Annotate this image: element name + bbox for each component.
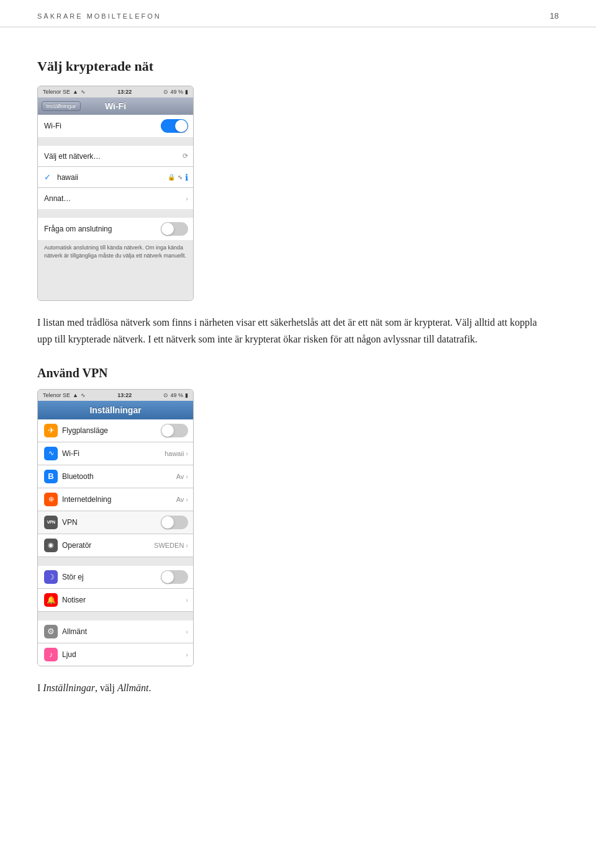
settings-wifi-sig: ∿: [81, 392, 86, 398]
row-left-dnd: ☽ Stör ej: [44, 570, 84, 584]
sounds-icon: ♪: [44, 648, 58, 661]
wifi-nav-bar: Inställningar Wi-Fi: [38, 97, 193, 115]
chevron-icon: ›: [186, 195, 188, 202]
wifi-row-label: Wi-Fi: [44, 122, 61, 130]
ask-toggle-thumb: [161, 223, 174, 235]
wifi-nav-title: Wi-Fi: [105, 101, 126, 111]
notifications-icon: 🔔: [44, 593, 58, 607]
notifications-chevron: ›: [186, 596, 188, 604]
row-left-vpn: VPN VPN: [44, 516, 78, 529]
settings-carrier: Telenor SE: [43, 392, 70, 398]
airplane-toggle[interactable]: [161, 424, 188, 437]
row-left-bluetooth: B Bluetooth: [44, 470, 94, 483]
sounds-label: Ljud: [62, 650, 76, 659]
settings-rows-container: ✈ Flygplansläge ∿ Wi-Fi hawaii ›: [38, 419, 193, 666]
dnd-icon: ☽: [44, 570, 58, 584]
airplane-toggle-thumb: [161, 424, 174, 437]
settings-wifi-label: Wi-Fi: [62, 449, 79, 458]
footer-text: I Inställningar, välj Allmänt.: [37, 680, 546, 696]
page-header: SÄKRARE MOBILTELEFON 18: [0, 0, 596, 27]
network-section: Välj ett nätverk… ⟳ ✓ hawaii 🔒 ∿ ℹ Annat…: [38, 146, 193, 209]
settings-nav-bar: Inställningar: [38, 401, 193, 419]
ask-description: Automatisk anslutning till kända nätverk…: [38, 240, 193, 263]
footer-text-i: I: [37, 682, 43, 693]
settings-row-wifi[interactable]: ∿ Wi-Fi hawaii ›: [38, 442, 193, 465]
carrier-status: SWEDEN: [154, 542, 184, 549]
dnd-label: Stör ej: [62, 573, 84, 581]
status-bar-settings: Telenor SE ▲ ∿ 13:22 ⊙ 49 % ▮: [38, 390, 193, 401]
general-chevron: ›: [186, 628, 188, 635]
other-network-row[interactable]: Annat… ›: [38, 188, 193, 209]
settings-wifi-icon: ∿: [44, 447, 58, 460]
lock-icon: 🔒: [168, 174, 175, 181]
wifi-strength-icon: ∿: [178, 174, 183, 181]
network-name: hawaii: [57, 173, 164, 182]
wifi-toggle[interactable]: [161, 119, 188, 133]
footer-text-2: , välj: [95, 682, 117, 693]
dnd-toggle[interactable]: [161, 570, 188, 584]
bluetooth-chevron: ›: [186, 473, 188, 480]
settings-row-hotspot[interactable]: ⊕ Internetdelning Av ›: [38, 488, 193, 511]
settings-time: 13:22: [117, 392, 132, 398]
back-button[interactable]: Inställningar: [42, 101, 81, 111]
row-left-general: ⚙ Allmänt: [44, 625, 87, 638]
airplane-label: Flygplansläge: [62, 426, 108, 435]
general-label: Allmänt: [62, 627, 87, 636]
settings-row-vpn[interactable]: VPN VPN: [38, 511, 193, 534]
ask-section: Fråga om anslutning: [38, 218, 193, 240]
checkmark-icon: ✓: [44, 172, 51, 182]
bluetooth-value: Av ›: [176, 473, 188, 480]
ask-toggle[interactable]: [161, 222, 188, 236]
row-left-airplane: ✈ Flygplansläge: [44, 424, 108, 437]
settings-signal: ▲: [73, 392, 78, 398]
settings-battery-icon: ▮: [185, 392, 188, 398]
vpn-toggle[interactable]: [161, 516, 188, 529]
carrier-icon: ◉: [44, 539, 58, 552]
wifi-screenshot: Telenor SE ▲ ∿ 13:22 ⊙ 49 % ▮ Inställnin…: [37, 86, 194, 301]
main-content: Välj krypterade nät Telenor SE ▲ ∿ 13:22…: [0, 27, 596, 732]
ask-join-row[interactable]: Fråga om anslutning: [38, 218, 193, 240]
hawaii-row[interactable]: ✓ hawaii 🔒 ∿ ℹ: [38, 167, 193, 188]
header-title: SÄKRARE MOBILTELEFON: [37, 12, 161, 20]
toggle-thumb: [175, 120, 187, 132]
footer-italic-2: Allmänt: [117, 682, 149, 693]
status-bar-wifi: Telenor SE ▲ ∿ 13:22 ⊙ 49 % ▮: [38, 86, 193, 97]
signal-icon: ▲: [73, 89, 78, 95]
vpn-label: VPN: [62, 518, 78, 527]
settings-nav-title: Inställningar: [89, 405, 141, 415]
settings-row-carrier[interactable]: ◉ Operatör SWEDEN ›: [38, 534, 193, 557]
hotspot-chevron: ›: [186, 496, 188, 503]
settings-status-right: ⊙ 49 % ▮: [163, 392, 188, 398]
sounds-chevron: ›: [186, 651, 188, 658]
carrier-value: SWEDEN ›: [154, 542, 188, 549]
settings-row-notifications[interactable]: 🔔 Notiser ›: [38, 589, 193, 612]
wifi-network-value: hawaii: [165, 450, 184, 457]
settings-row-bluetooth[interactable]: B Bluetooth Av ›: [38, 465, 193, 488]
vpn-icon: VPN: [44, 516, 58, 529]
bluetooth-icon: B: [44, 470, 58, 483]
body-text-1: I listan med trådlösa nätverk som finns …: [37, 315, 546, 347]
settings-loc: ⊙: [163, 392, 168, 398]
hotspot-value: Av ›: [176, 496, 188, 503]
settings-row-general[interactable]: ⚙ Allmänt ›: [38, 620, 193, 643]
section2-heading: Använd VPN: [37, 366, 559, 380]
carrier-label: Telenor SE: [43, 89, 70, 95]
settings-screenshot: Telenor SE ▲ ∿ 13:22 ⊙ 49 % ▮ Inställnin…: [37, 389, 194, 666]
notifications-label: Notiser: [62, 596, 86, 604]
section1-heading: Välj krypterade nät: [37, 58, 559, 74]
settings-battery: 49 %: [170, 392, 183, 398]
wifi-icon: ∿: [81, 89, 86, 95]
airplane-icon: ✈: [44, 424, 58, 437]
wifi-value: hawaii ›: [165, 450, 188, 457]
wifi-toggle-row[interactable]: Wi-Fi: [38, 115, 193, 137]
settings-row-sounds[interactable]: ♪ Ljud ›: [38, 643, 193, 666]
settings-row-dnd[interactable]: ☽ Stör ej: [38, 566, 193, 589]
settings-row-airplane[interactable]: ✈ Flygplansläge: [38, 419, 193, 442]
status-bar-left: Telenor SE ▲ ∿: [43, 89, 86, 95]
footer-end: .: [149, 682, 151, 693]
bottom-padding: [38, 263, 193, 300]
row-left-hotspot: ⊕ Internetdelning: [44, 493, 111, 506]
settings-gap1: [38, 557, 193, 566]
general-icon: ⚙: [44, 625, 58, 638]
choose-network-row[interactable]: Välj ett nätverk… ⟳: [38, 146, 193, 167]
